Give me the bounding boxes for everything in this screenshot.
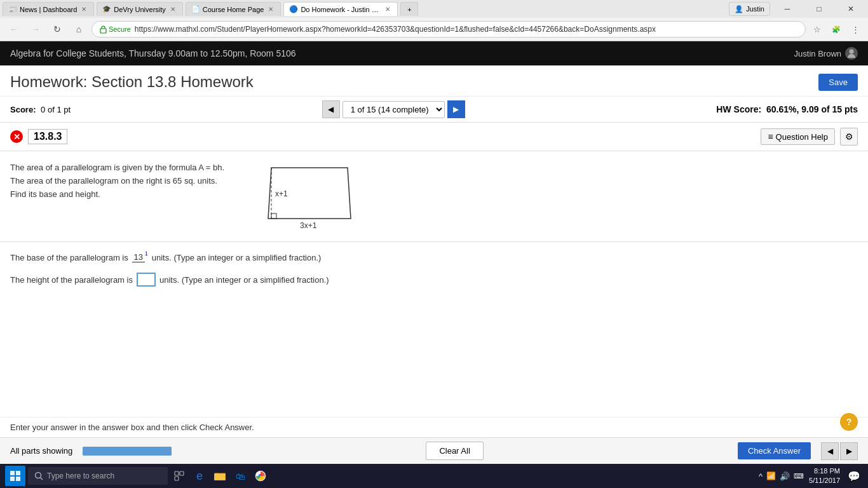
error-icon[interactable]: ✕ (10, 130, 23, 143)
question-select[interactable]: 1 of 15 (14 complete) (342, 101, 445, 118)
extensions-button[interactable]: 🧩 (829, 22, 844, 37)
user-avatar (845, 47, 858, 60)
settings-button[interactable]: ⚙ (840, 128, 858, 146)
secure-icon: Secure (100, 25, 131, 34)
store-icon[interactable]: 🛍 (231, 467, 249, 485)
close-button[interactable]: ✕ (836, 0, 865, 18)
taskbar-clock: 8:18 PM 5/11/2017 (809, 466, 840, 486)
score-bar: Score: 0 of 1 pt ◀ 1 of 15 (14 complete)… (0, 97, 868, 123)
bottom-bar-center: Clear All (182, 442, 728, 460)
tab-course-close[interactable]: ✕ (266, 5, 275, 14)
tabs-container: 📰 News | Dashboard ✕ 🎓 DeVry University … (3, 2, 726, 16)
question-number: 13.8.3 (28, 129, 67, 144)
clear-all-button[interactable]: Clear All (426, 442, 483, 460)
bottom-next-button[interactable]: ▶ (840, 442, 858, 460)
notification-button[interactable]: 💬 (845, 467, 863, 485)
maximize-button[interactable]: □ (804, 0, 834, 18)
save-button[interactable]: Save (818, 74, 858, 91)
tab-news-title: News | Dashboard (20, 6, 77, 13)
network-icon: 📶 (766, 471, 776, 480)
file-explorer-icon[interactable] (211, 467, 229, 485)
svg-text:x+1: x+1 (275, 189, 288, 198)
problem-line-2: The area of the parallelogram on the rig… (10, 175, 224, 188)
clock-time: 8:18 PM (809, 466, 840, 476)
tab-course[interactable]: 📄 Course Home Page ✕ (186, 2, 281, 16)
volume-icon[interactable]: 🔊 (780, 471, 790, 481)
bottom-nav-buttons: ◀ ▶ (821, 442, 858, 460)
svg-rect-10 (16, 477, 20, 481)
answer-value-display: 13 1 (132, 252, 148, 262)
parallelogram-diagram: x+1 3x+1 (252, 161, 367, 231)
edge-browser-icon[interactable]: e (191, 467, 208, 485)
svg-rect-13 (175, 471, 179, 475)
height-answer-input[interactable] (137, 273, 156, 287)
system-tray: ^ 📶 🔊 ⌨ (759, 471, 804, 481)
svg-rect-7 (10, 471, 15, 475)
pin-marker: 1 (145, 250, 148, 257)
taskbar-search[interactable]: Type here to search (28, 467, 168, 485)
tab-news-close[interactable]: ✕ (79, 5, 88, 14)
new-tab-btn[interactable]: + (400, 2, 418, 16)
problem-line-3: Find its base and height. (10, 188, 224, 201)
svg-rect-8 (16, 471, 20, 475)
check-answer-button[interactable]: Check Answer (738, 442, 811, 459)
next-question-button[interactable]: ▶ (447, 100, 465, 118)
tab-course-title: Course Home Page (203, 6, 264, 13)
chrome-user-label: Justin (746, 5, 764, 13)
bottom-instruction: Enter your answer in the answer box and … (0, 417, 868, 437)
tab-news[interactable]: 📰 News | Dashboard ✕ (3, 2, 94, 16)
tab-devry-title: DeVry University (114, 6, 166, 13)
reload-button[interactable]: ↻ (48, 20, 66, 38)
main-content: The area of a parallelogram is given by … (0, 151, 868, 242)
progress-bar-fill (83, 447, 172, 456)
help-circle-button[interactable]: ? (840, 413, 858, 431)
prev-question-button[interactable]: ◀ (322, 100, 340, 118)
user-info: Justin Brown (794, 47, 858, 60)
tab-devry-close[interactable]: ✕ (168, 5, 177, 14)
course-title: Algebra for College Students, Thursday 9… (10, 48, 296, 58)
list-icon: ≡ (768, 132, 773, 142)
taskbar: Type here to search e 🛍 ^ 📶 🔊 ⌨ 8:18 PM … (0, 464, 868, 488)
chevron-up-icon[interactable]: ^ (759, 471, 763, 481)
chrome-user-btn[interactable]: 👤 Justin (729, 2, 770, 16)
question-id-area: ✕ 13.8.3 (10, 129, 67, 144)
chrome-user-icon: 👤 (735, 5, 743, 13)
secure-label: Secure (109, 25, 131, 33)
start-button[interactable] (5, 466, 25, 486)
answer-area: The base of the parallelogram is 13 1 un… (0, 242, 868, 307)
question-help-button[interactable]: ≡ Question Help (761, 128, 835, 145)
tab-devry[interactable]: 🎓 DeVry University ✕ (97, 2, 183, 16)
address-input[interactable]: Secure https://www.mathxl.com/Student/Pl… (92, 21, 806, 37)
svg-rect-15 (175, 477, 179, 480)
tab-devry-favicon: 🎓 (102, 5, 111, 13)
tab-hw-close[interactable]: ✕ (383, 5, 392, 14)
taskbar-search-placeholder: Type here to search (47, 471, 114, 480)
base-answer-value: 13 (132, 252, 145, 262)
app-header: Algebra for College Students, Thursday 9… (0, 41, 868, 65)
svg-rect-9 (10, 477, 15, 481)
question-header: ✕ 13.8.3 ≡ Question Help ⚙ (0, 123, 868, 151)
minimize-button[interactable]: ─ (773, 0, 802, 18)
tab-hw[interactable]: 🔵 Do Homework - Justin B... ✕ (283, 2, 398, 16)
question-nav-controls: ◀ 1 of 15 (14 complete) ▶ (322, 100, 465, 118)
keyboard-icon: ⌨ (794, 472, 804, 480)
tab-hw-favicon: 🔵 (289, 5, 298, 13)
svg-rect-16 (214, 473, 226, 480)
menu-button[interactable]: ⋮ (848, 22, 863, 37)
hw-title: Homework: Section 13.8 Homework (10, 73, 254, 91)
browser-chrome: 📰 News | Dashboard ✕ 🎓 DeVry University … (0, 0, 868, 41)
svg-line-12 (41, 478, 43, 480)
tab-course-favicon: 📄 (191, 5, 200, 13)
user-name: Justin Brown (794, 49, 841, 58)
all-parts-label: All parts showing (10, 446, 72, 456)
home-button[interactable]: ⌂ (70, 20, 88, 38)
task-view-button[interactable] (170, 467, 188, 485)
title-bar: 📰 News | Dashboard ✕ 🎓 DeVry University … (0, 0, 868, 18)
svg-point-1 (850, 50, 854, 54)
forward-button[interactable]: → (27, 20, 44, 38)
bottom-prev-button[interactable]: ◀ (821, 442, 839, 460)
score-label: Score: 0 of 1 pt (10, 105, 71, 114)
back-button[interactable]: ← (5, 20, 23, 38)
bookmark-button[interactable]: ☆ (810, 22, 825, 37)
chrome-icon[interactable] (252, 467, 269, 485)
